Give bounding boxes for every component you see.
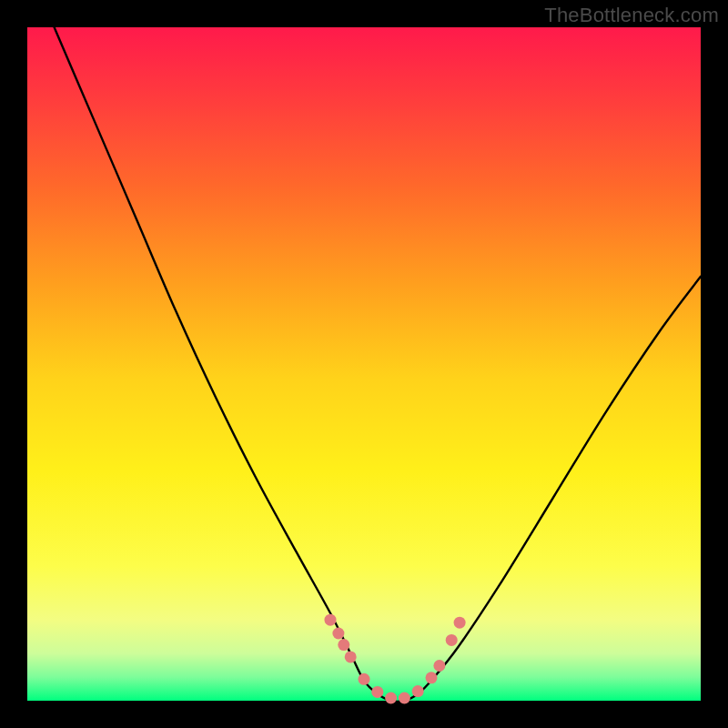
trough-marker: [371, 686, 383, 698]
trough-marker: [332, 628, 344, 640]
bottleneck-curve: [55, 27, 701, 702]
trough-marker: [446, 634, 458, 646]
trough-marker: [338, 639, 349, 651]
trough-marker: [426, 672, 438, 683]
trough-marker: [359, 673, 370, 685]
trough-marker: [399, 693, 410, 704]
trough-marker: [385, 693, 397, 704]
curve-layer: [27, 27, 701, 701]
trough-marker: [454, 617, 466, 629]
trough-marker: [433, 660, 445, 672]
trough-marker: [345, 651, 357, 662]
trough-markers: [325, 614, 466, 704]
trough-marker: [325, 614, 337, 626]
plot-area: [27, 27, 701, 701]
watermark-text: TheBottleneck.com: [544, 4, 719, 27]
trough-marker: [412, 685, 424, 697]
chart-frame: TheBottleneck.com: [0, 0, 728, 728]
